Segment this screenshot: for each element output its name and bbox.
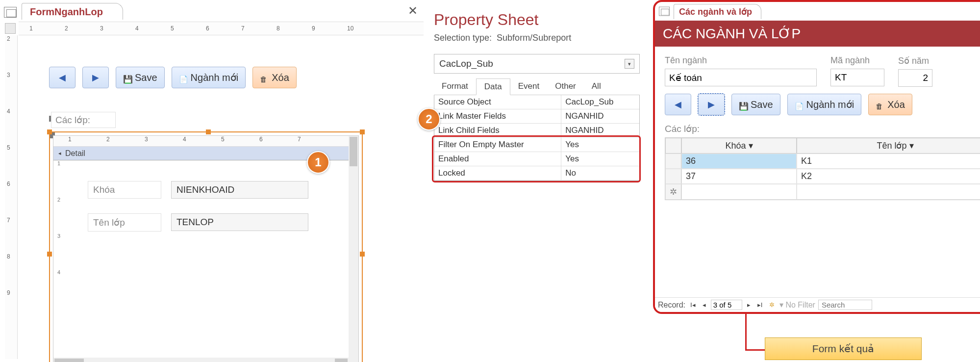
input-sonam[interactable] bbox=[898, 69, 932, 87]
datasheet-row[interactable]: 37 K2 bbox=[665, 169, 980, 184]
form-tab-area: Các ngành và lớp bbox=[655, 2, 980, 21]
label-tenlop[interactable]: Tên lớp bbox=[88, 213, 161, 232]
cell-khoa[interactable]: 36 bbox=[681, 154, 797, 169]
new-row-icon[interactable] bbox=[665, 184, 681, 200]
col-header-tenlop[interactable]: Tên lớp ▾ bbox=[797, 138, 980, 154]
callout-connector bbox=[745, 349, 766, 351]
tab-cacnganhvalop[interactable]: Các ngành và lớp bbox=[674, 4, 761, 19]
subform-hruler: 12 34 56 7 bbox=[53, 136, 358, 147]
chevron-down-icon[interactable]: ▾ bbox=[909, 141, 914, 151]
ruler-mark: 4 bbox=[135, 25, 171, 32]
selection-type: Selection type: Subform/Subreport bbox=[434, 33, 640, 43]
nav-filter-indicator[interactable]: ▾No Filter bbox=[779, 300, 815, 310]
scrollbar-vertical[interactable] bbox=[349, 136, 358, 362]
field-manganh: Mã ngành bbox=[830, 55, 884, 87]
tab-data[interactable]: Data bbox=[476, 78, 510, 95]
label-manganh: Mã ngành bbox=[830, 55, 884, 66]
ruler-corner[interactable] bbox=[5, 23, 16, 34]
prop-row-enabled[interactable]: EnabledYes bbox=[434, 152, 639, 166]
form-icon bbox=[4, 7, 17, 18]
row-selector-header[interactable] bbox=[665, 138, 681, 154]
tab-event[interactable]: Event bbox=[510, 78, 547, 95]
subform-body[interactable]: 12 34 Khóa NIENKHOAID Tên lớp TENLOP bbox=[53, 160, 358, 352]
ruler-mark: 3 bbox=[100, 25, 135, 32]
new-icon bbox=[795, 100, 804, 109]
label-khoa[interactable]: Khóa bbox=[88, 181, 161, 199]
nav-prev-button[interactable]: ◂ bbox=[701, 301, 708, 309]
prop-row-source-object[interactable]: Source ObjectCacLop_Sub bbox=[434, 95, 639, 109]
nav-new-button[interactable]: ✲ bbox=[767, 301, 777, 309]
nav-next-button[interactable]: ▸ bbox=[745, 301, 753, 309]
new-major-button[interactable]: Ngành mới bbox=[172, 67, 246, 88]
prop-row-link-child[interactable]: Link Child FieldsNGANHID bbox=[434, 124, 639, 138]
datasheet-caclop[interactable]: Khóa ▾ Tên lớp ▾ 36 K1 37 K2 bbox=[665, 137, 980, 200]
datasheet-header-row: Khóa ▾ Tên lớp ▾ bbox=[665, 138, 980, 154]
new-major-button[interactable]: Ngành mới bbox=[787, 94, 862, 115]
scrollbar-horizontal[interactable] bbox=[53, 358, 349, 362]
field-sonam: Số năm bbox=[898, 55, 932, 87]
ruler-mark: 7 bbox=[241, 25, 276, 32]
label-caclop[interactable]: Các lớp: bbox=[51, 112, 116, 128]
ruler-mark: 2 bbox=[65, 25, 100, 32]
nav-last-button[interactable]: ▸I bbox=[755, 301, 765, 309]
save-icon bbox=[123, 73, 132, 82]
tab-other[interactable]: Other bbox=[547, 78, 584, 95]
arrow-left-icon: ◀ bbox=[59, 72, 66, 83]
nav-first-button[interactable]: I◂ bbox=[688, 301, 698, 309]
chevron-down-icon[interactable]: ▾ bbox=[749, 141, 753, 151]
cell-tenlop[interactable]: K1 bbox=[797, 154, 980, 169]
prop-row-locked[interactable]: LockedNo bbox=[434, 166, 639, 181]
datasheet-new-row[interactable] bbox=[665, 184, 980, 200]
col-header-khoa[interactable]: Khóa ▾ bbox=[681, 138, 797, 154]
field-tenlop[interactable]: TENLOP bbox=[171, 213, 308, 231]
design-view-panel: FormNganhLop ✕ 1 2 3 4 5 6 7 8 9 10 23 4… bbox=[0, 0, 424, 362]
datasheet-row[interactable]: 36 K1 bbox=[665, 154, 980, 169]
delete-button[interactable]: Xóa bbox=[868, 94, 912, 115]
form-design-surface[interactable]: ◀ ▶ Save Ngành mới Xóa Các lớp: 12 34 56… bbox=[20, 37, 412, 351]
field-nienkhoaid[interactable]: NIENKHOAID bbox=[171, 181, 308, 199]
combo-value: CacLop_Sub bbox=[439, 58, 493, 69]
property-sheet-title: Property Sheet bbox=[434, 11, 640, 29]
button-row: ◀ ▶ Save Ngành mới Xóa bbox=[665, 94, 980, 115]
tab-formnganhlop[interactable]: FormNganhLop bbox=[22, 3, 123, 20]
filter-icon: ▾ bbox=[779, 300, 783, 310]
button-row: ◀ ▶ Save Ngành mới Xóa bbox=[49, 67, 297, 88]
nav-record-input[interactable] bbox=[711, 300, 742, 310]
prop-row-link-master[interactable]: Link Master FieldsNGANHID bbox=[434, 109, 639, 124]
save-button[interactable]: Save bbox=[116, 67, 165, 88]
vertical-ruler: 23 45 67 89 bbox=[5, 35, 18, 359]
delete-icon bbox=[876, 100, 884, 109]
arrow-right-icon: ▶ bbox=[92, 72, 99, 83]
next-button[interactable]: ▶ bbox=[82, 67, 109, 88]
next-button[interactable]: ▶ bbox=[698, 94, 725, 115]
callout-connector bbox=[745, 312, 747, 349]
delete-button[interactable]: Xóa bbox=[252, 67, 297, 88]
save-button[interactable]: Save bbox=[731, 94, 780, 115]
object-selector-combo[interactable]: CacLop_Sub ▾ bbox=[434, 54, 640, 74]
cell-khoa[interactable]: 37 bbox=[681, 169, 797, 184]
result-label-box: Form kết quả bbox=[765, 337, 922, 360]
horizontal-ruler: 1 2 3 4 5 6 7 8 9 10 bbox=[19, 22, 424, 35]
delete-icon bbox=[260, 73, 269, 82]
arrow-right-icon: ▶ bbox=[708, 99, 715, 110]
property-grid: Source ObjectCacLop_Sub Link Master Fiel… bbox=[434, 95, 640, 181]
chevron-down-icon[interactable]: ▾ bbox=[625, 59, 634, 69]
input-manganh[interactable] bbox=[830, 69, 884, 86]
row-selector[interactable] bbox=[665, 169, 681, 184]
record-nav-bar: Record: I◂ ◂ ▸ ▸I ✲ ▾No Filter bbox=[655, 297, 980, 312]
label-sonam: Số năm bbox=[898, 55, 932, 66]
input-tennganh[interactable] bbox=[665, 69, 817, 86]
label-tennganh: Tên ngành bbox=[665, 55, 817, 66]
save-icon bbox=[739, 100, 748, 109]
prev-button[interactable]: ◀ bbox=[665, 94, 691, 115]
prev-button[interactable]: ◀ bbox=[49, 67, 75, 88]
nav-record-label: Record: bbox=[658, 301, 685, 310]
tab-format[interactable]: Format bbox=[434, 78, 476, 95]
prop-row-filter-empty[interactable]: Filter On Empty MasterYes bbox=[434, 138, 639, 152]
close-icon[interactable]: ✕ bbox=[408, 4, 418, 18]
tab-all[interactable]: All bbox=[584, 78, 609, 95]
nav-search-input[interactable] bbox=[818, 300, 872, 310]
row-selector[interactable] bbox=[665, 154, 681, 169]
cell-tenlop[interactable]: K2 bbox=[797, 169, 980, 184]
property-tabs: Format Data Event Other All bbox=[434, 78, 640, 95]
